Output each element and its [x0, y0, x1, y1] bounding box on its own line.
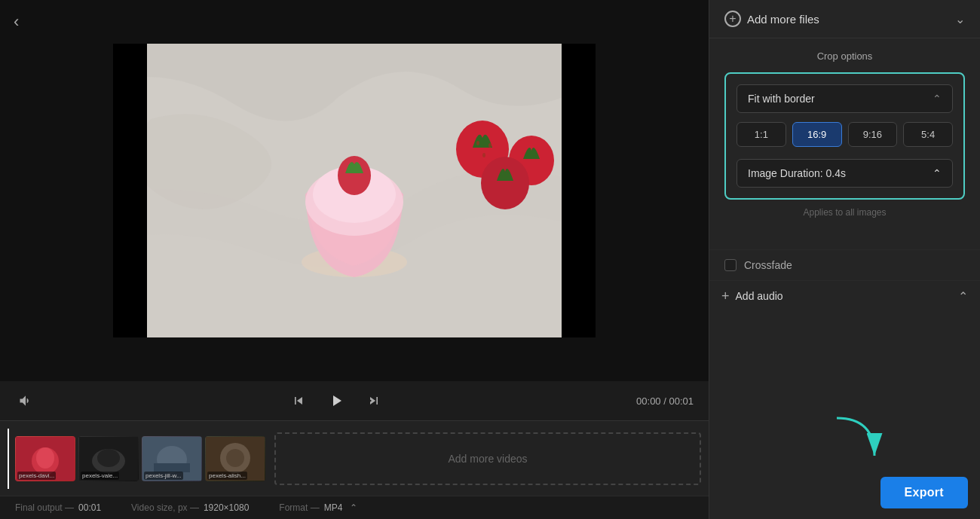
current-time: 00:00 — [636, 395, 661, 407]
ratio-5-4[interactable]: 5:4 — [903, 122, 953, 147]
play-icon — [327, 392, 345, 410]
output-duration: Final output — 00:01 — [15, 502, 101, 513]
dropdown-arrow: ⌃ — [933, 93, 942, 105]
export-arrow-svg — [829, 411, 890, 471]
thumb-label-2: pexels-vale... — [81, 472, 119, 480]
add-audio-plus: + — [721, 289, 730, 304]
format-chevron: ⌃ — [350, 502, 357, 513]
time-display: 00:00 / 00:01 — [636, 395, 694, 407]
crop-options-box: Fit with border ⌃ 1:1 16:9 9:16 5:4 Imag… — [724, 72, 965, 200]
applies-to-all-text: Applies to all images — [724, 207, 965, 218]
crossfade-label: Crossfade — [744, 259, 792, 271]
thumbnail-3[interactable]: pexels-jill-w... — [142, 436, 202, 481]
duration-label: Image Duration: 0.4s — [748, 167, 846, 179]
crop-section-title: Crop options — [724, 50, 965, 62]
svg-point-24 — [226, 449, 244, 467]
crop-section: Crop options Fit with border ⌃ 1:1 16:9 … — [709, 38, 980, 249]
svg-rect-2 — [562, 44, 596, 337]
duration-dropdown[interactable]: Image Duration: 0.4s ⌃ — [737, 159, 953, 188]
svg-rect-21 — [154, 463, 190, 472]
arrow-indicator — [829, 411, 890, 474]
skip-back-icon — [291, 393, 306, 408]
export-section: Export — [709, 312, 980, 520]
controls-left — [15, 390, 36, 411]
add-more-videos-label: Add more videos — [448, 453, 527, 465]
main-layout: ‹ — [0, 0, 980, 519]
ratio-9-16[interactable]: 9:16 — [848, 122, 898, 147]
playback-controls — [288, 389, 384, 413]
size-value: 1920×1080 — [204, 502, 249, 513]
thumbnail-4[interactable]: pexels-alish... — [205, 436, 265, 481]
svg-point-6 — [338, 156, 371, 195]
add-audio-label: Add audio — [736, 290, 783, 302]
panel-header: + Add more files ⌄ — [709, 0, 980, 38]
video-size: Video size, px — 1920×1080 — [131, 502, 249, 513]
svg-point-11 — [488, 143, 492, 148]
duration-arrow: ⌃ — [933, 167, 942, 179]
output-label: Final output — — [15, 502, 74, 513]
preview-area: ‹ — [0, 0, 709, 381]
controls-bar: 00:00 / 00:01 — [0, 381, 709, 420]
export-button[interactable]: Export — [880, 477, 968, 508]
panel-chevron-down[interactable]: ⌄ — [955, 12, 965, 26]
skip-back-button[interactable] — [288, 390, 309, 411]
svg-point-10 — [482, 153, 485, 157]
svg-point-18 — [97, 449, 120, 467]
add-audio-button[interactable]: + Add audio — [721, 289, 783, 304]
timeline-marker — [8, 429, 9, 489]
thumb-label-1: pexels-davi... — [17, 472, 56, 480]
thumbnail-2[interactable]: pexels-vale... — [78, 436, 139, 481]
add-audio-row: + Add audio ⌃ — [709, 280, 980, 312]
audio-chevron-up[interactable]: ⌃ — [958, 289, 968, 304]
fit-mode-label: Fit with border — [748, 93, 815, 105]
skip-forward-icon — [366, 393, 381, 408]
video-frame — [113, 44, 596, 337]
add-files-button[interactable]: + Add more files — [724, 11, 819, 27]
ratio-16-9[interactable]: 16:9 — [792, 122, 842, 147]
svg-point-15 — [36, 447, 54, 469]
add-files-icon: + — [724, 11, 741, 27]
output-value: 00:01 — [78, 502, 101, 513]
back-button[interactable]: ‹ — [14, 14, 19, 30]
volume-icon — [18, 393, 33, 408]
crossfade-checkbox[interactable] — [724, 259, 737, 271]
svg-rect-1 — [113, 44, 147, 337]
format-value: MP4 — [324, 502, 343, 513]
preview-image — [113, 44, 596, 337]
play-button[interactable] — [324, 389, 348, 413]
volume-button[interactable] — [15, 390, 36, 411]
format-label: Format — — [279, 502, 319, 513]
add-more-videos-area[interactable]: Add more videos — [274, 432, 701, 485]
size-label: Video size, px — — [131, 502, 199, 513]
total-time: 00:01 — [669, 395, 694, 407]
time-separator: / — [661, 395, 669, 407]
thumbnail-1[interactable]: pexels-davi... — [15, 436, 75, 481]
right-panel: + Add more files ⌄ Crop options Fit with… — [709, 0, 980, 519]
svg-point-12 — [476, 141, 479, 145]
thumb-label-4: pexels-alish... — [207, 472, 247, 480]
timeline: pexels-davi... pexels-vale... pexels-jil — [0, 420, 709, 496]
thumb-label-3: pexels-jill-w... — [144, 472, 183, 480]
crossfade-row: Crossfade — [709, 249, 980, 280]
add-files-label: Add more files — [747, 13, 819, 26]
skip-forward-button[interactable] — [363, 390, 384, 411]
fit-mode-dropdown[interactable]: Fit with border ⌃ — [737, 84, 953, 113]
ratio-buttons: 1:1 16:9 9:16 5:4 — [737, 122, 953, 147]
svg-point-9 — [481, 157, 529, 209]
ratio-1-1[interactable]: 1:1 — [737, 122, 786, 147]
editor-area: ‹ — [0, 0, 709, 519]
status-bar: Final output — 00:01 Video size, px — 19… — [0, 496, 709, 519]
format-selector[interactable]: Format — MP4 ⌃ — [279, 502, 357, 513]
